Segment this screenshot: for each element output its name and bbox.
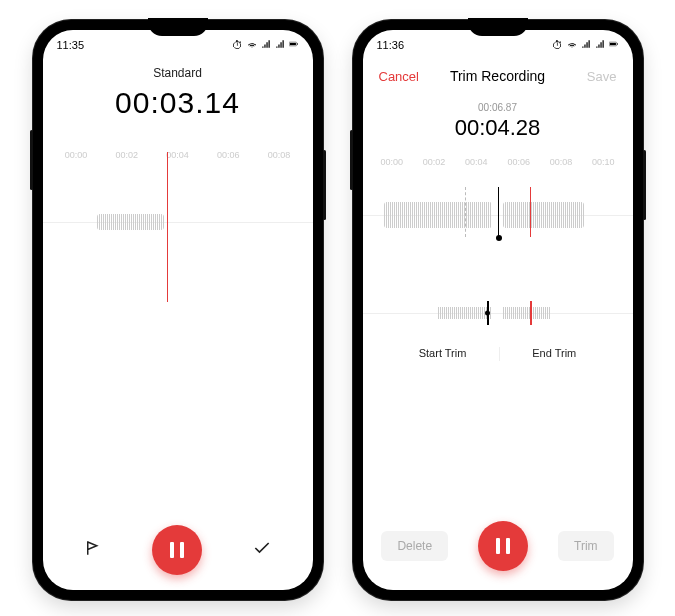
tick: 00:02 bbox=[115, 150, 138, 160]
trim-labels: Start Trim End Trim bbox=[363, 347, 633, 361]
save-button[interactable]: Save bbox=[587, 69, 617, 84]
tick: 00:04 bbox=[166, 150, 189, 160]
trim-button[interactable]: Trim bbox=[558, 531, 614, 561]
wifi-icon bbox=[247, 39, 257, 51]
time-ticks: 00:00 00:02 00:04 00:06 00:08 00:10 bbox=[363, 157, 633, 167]
tick: 00:08 bbox=[268, 150, 291, 160]
pause-button[interactable] bbox=[152, 525, 202, 575]
end-trim-button[interactable]: End Trim bbox=[532, 347, 576, 361]
wifi-icon bbox=[567, 39, 577, 51]
status-icons: ⏱ bbox=[232, 39, 299, 51]
content: Standard 00:03.14 00:00 00:02 00:04 00:0… bbox=[43, 56, 313, 510]
signal-icon bbox=[261, 39, 271, 51]
content: 00:06.87 00:04.28 00:00 00:02 00:04 00:0… bbox=[363, 96, 633, 510]
tick: 00:00 bbox=[380, 157, 403, 167]
trim-end-handle[interactable] bbox=[530, 301, 532, 325]
overview-waveform[interactable] bbox=[363, 293, 633, 333]
phone-trim: 11:36 ⏱ Cancel Trim Recording Sav bbox=[353, 20, 643, 600]
screen: 11:35 ⏱ Standard 00:03.14 bbox=[43, 30, 313, 590]
page-title: Trim Recording bbox=[450, 68, 545, 84]
signal2-icon bbox=[595, 39, 605, 51]
flag-button[interactable] bbox=[84, 539, 102, 561]
wave-segment bbox=[503, 307, 552, 319]
signal-icon bbox=[581, 39, 591, 51]
pause-icon bbox=[170, 542, 184, 558]
playhead-indicator bbox=[167, 152, 168, 302]
pause-button[interactable] bbox=[478, 521, 528, 571]
battery-icon bbox=[609, 39, 619, 51]
divider bbox=[499, 347, 500, 361]
current-time: 00:04.28 bbox=[363, 115, 633, 141]
total-duration: 00:06.87 bbox=[363, 102, 633, 113]
tick: 00:04 bbox=[465, 157, 488, 167]
app-header: Cancel Trim Recording Save bbox=[363, 56, 633, 96]
notch bbox=[468, 18, 528, 36]
status-time: 11:36 bbox=[377, 39, 405, 51]
baseline bbox=[43, 222, 313, 223]
status-time: 11:35 bbox=[57, 39, 85, 51]
tick: 00:00 bbox=[65, 150, 88, 160]
tick: 00:08 bbox=[550, 157, 573, 167]
wave-segment bbox=[503, 202, 584, 228]
waveform-area[interactable]: 00:00 00:02 00:04 00:06 00:08 00:10 bbox=[363, 157, 633, 277]
playhead-handle[interactable] bbox=[498, 187, 499, 237]
done-button[interactable] bbox=[252, 538, 272, 562]
svg-rect-4 bbox=[609, 43, 615, 45]
svg-rect-1 bbox=[289, 43, 295, 45]
svg-rect-5 bbox=[617, 43, 618, 45]
delete-button[interactable]: Delete bbox=[381, 531, 448, 561]
waveform bbox=[43, 172, 313, 272]
trim-range-end-marker[interactable] bbox=[530, 187, 531, 237]
tick: 00:06 bbox=[217, 150, 240, 160]
alarm-icon: ⏱ bbox=[552, 39, 563, 51]
wave-segment bbox=[384, 202, 492, 228]
status-icons: ⏱ bbox=[552, 39, 619, 51]
elapsed-time: 00:03.14 bbox=[43, 86, 313, 120]
waveform-area[interactable]: 00:00 00:02 00:04 00:06 00:08 bbox=[43, 150, 313, 330]
start-trim-button[interactable]: Start Trim bbox=[419, 347, 467, 361]
time-ticks: 00:00 00:02 00:04 00:06 00:08 bbox=[43, 150, 313, 160]
pause-icon bbox=[496, 538, 510, 554]
trim-start-handle[interactable] bbox=[487, 301, 489, 325]
wave-segment bbox=[97, 214, 165, 230]
tick: 00:06 bbox=[507, 157, 530, 167]
phone-recorder: 11:35 ⏱ Standard 00:03.14 bbox=[33, 20, 323, 600]
tick: 00:02 bbox=[423, 157, 446, 167]
battery-icon bbox=[289, 39, 299, 51]
baseline bbox=[363, 313, 633, 314]
trim-range-start-marker[interactable] bbox=[465, 187, 466, 237]
alarm-icon: ⏱ bbox=[232, 39, 243, 51]
cancel-button[interactable]: Cancel bbox=[379, 69, 419, 84]
controls: Delete Trim bbox=[363, 510, 633, 590]
svg-rect-2 bbox=[297, 43, 298, 45]
controls bbox=[43, 510, 313, 590]
signal2-icon bbox=[275, 39, 285, 51]
notch bbox=[148, 18, 208, 36]
screen: 11:36 ⏱ Cancel Trim Recording Sav bbox=[363, 30, 633, 590]
mode-label: Standard bbox=[43, 66, 313, 80]
tick: 00:10 bbox=[592, 157, 615, 167]
